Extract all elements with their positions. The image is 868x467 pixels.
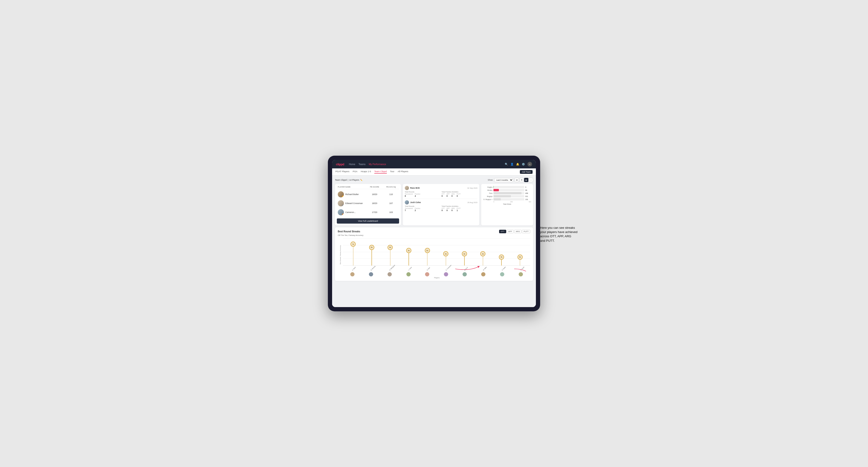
card-view-button[interactable]: ▤ — [524, 178, 528, 182]
arg-value-2: 0 — [452, 209, 455, 212]
sub-nav-pga[interactable]: PGA — [352, 170, 357, 174]
team-title: Team Clippd | 14 Players ✏️ — [335, 179, 363, 181]
chart-view-button[interactable]: ↕ — [529, 178, 533, 182]
filter-ott[interactable]: OTT — [499, 230, 506, 233]
streak-bar-item: 5x — [427, 250, 428, 266]
rank-badge-2: 2 — [342, 205, 344, 206]
bell-icon[interactable]: 🔔 — [516, 163, 519, 166]
pb-avg-3: 103 — [384, 211, 398, 214]
settings-icon[interactable]: ⚙️ — [522, 163, 525, 166]
ott-label-1: OTT — [441, 193, 445, 195]
streak-line — [371, 247, 372, 266]
tournament-value-1: 8 — [405, 195, 413, 197]
table-row[interactable]: 1 Richard Butler 19/20 110 — [337, 190, 399, 198]
player-stats-panel: Rees Britt 02 Sep 2023 Total Rounds — [403, 184, 479, 225]
putt-value-2: 1 — [457, 209, 461, 212]
user-icon[interactable]: 👤 — [510, 163, 514, 166]
team-player-count: 14 Players — [349, 179, 359, 181]
streak-avatars-row — [343, 272, 530, 276]
nav-links: Home Teams My Performance — [349, 163, 505, 165]
view-leaderboard-button[interactable]: View Full Leaderboard — [337, 218, 399, 224]
practice-activities-label-1: Total Practice Activities — [441, 191, 477, 193]
stat-group-practice-1: Total Practice Activities OTT 0 APP — [441, 191, 477, 197]
streak-player-name: R. Britt — [427, 268, 430, 271]
streak-bar-item: 7x — [353, 244, 353, 266]
x-label-0: 0 — [493, 201, 494, 203]
stat-avatar-1 — [405, 186, 409, 190]
sub-nav-team-clippd[interactable]: Team Clippd — [374, 170, 387, 174]
col-player-name: PLAYER NAME — [338, 186, 365, 188]
player-stat-card-1: Rees Britt 02 Sep 2023 Total Rounds — [405, 186, 477, 199]
list-view-button[interactable]: ☰ — [519, 178, 524, 182]
filter-app[interactable]: APP — [507, 230, 514, 233]
grid-view-button[interactable]: ⊞ — [515, 178, 519, 182]
show-controls: Show Last 3 months ⊞ ☰ ▤ ↕ — [488, 178, 533, 182]
sub-nav: PGAT Players PGA Hcaps 1-5 Team Clippd T… — [332, 168, 536, 176]
nav-link-teams[interactable]: Teams — [359, 163, 365, 165]
pb-avg-1: 110 — [384, 193, 398, 195]
sub-nav-hcaps[interactable]: Hcaps 1-5 — [361, 170, 371, 174]
player-info-2: 2 Edward Crossman — [338, 200, 365, 206]
streak-bubble: 4x — [443, 251, 448, 256]
streak-bubble: 4x — [480, 251, 486, 256]
filter-arg[interactable]: ARG — [514, 230, 522, 233]
streak-player-name: M. Miller — [483, 268, 486, 271]
streak-filter-buttons: OTT APP ARG PUTT — [499, 230, 530, 233]
bar-container-2 — [493, 192, 524, 194]
stat-player-name-1: Rees Britt — [410, 187, 420, 189]
streak-player-names-row: E. EbertB. McHergD. BillinghamJ. ColesR.… — [343, 268, 530, 269]
sub-nav-tour[interactable]: Tour — [390, 170, 394, 174]
streak-bar-item: 5x — [408, 250, 409, 266]
stats-grid-1: Total Rounds Tournament 8 Practice — [405, 191, 477, 197]
bar-container-0 — [493, 186, 524, 188]
period-select[interactable]: Last 3 months — [494, 178, 513, 182]
tournament-label-1: Tournament — [405, 193, 413, 195]
tournament-value-2: 7 — [405, 209, 413, 212]
filter-putt[interactable]: PUTT — [522, 230, 530, 233]
bar-value-1: 96 — [525, 189, 531, 191]
stats-grid-2: Total Rounds Tournament 7 Practice — [405, 206, 477, 212]
streak-avatar — [500, 272, 504, 276]
edit-icon[interactable]: ✏️ — [360, 179, 363, 181]
streak-avatar — [519, 272, 523, 276]
sub-nav-links: PGAT Players PGA Hcaps 1-5 Team Clippd T… — [335, 170, 520, 174]
sub-nav-all-players[interactable]: All Players — [398, 170, 408, 174]
x-label-200: 200 — [510, 201, 513, 203]
nav-link-my-performance[interactable]: My Performance — [369, 163, 386, 165]
streak-bar-item: 6x — [371, 247, 372, 266]
pb-score-2: 18/20 — [365, 202, 384, 205]
content-grid: PLAYER NAME PB SCORE PB AVG SQ 1 — [335, 184, 533, 225]
streak-player-name: B. McHerg — [370, 268, 374, 271]
bar-label-1: Birdies — [483, 189, 493, 191]
streak-bubble: 3x — [499, 254, 504, 260]
nav-bar: clippd Home Teams My Performance 🔍 👤 🔔 ⚙… — [332, 160, 536, 168]
arg-label-1: ARG — [452, 193, 455, 195]
players-label: Players — [343, 277, 530, 279]
putt-label-1: PUTT — [457, 193, 461, 195]
team-header: Team Clippd | 14 Players ✏️ Show Last 3 … — [335, 178, 533, 182]
player-name-3: Cameron... — [345, 211, 356, 214]
search-icon[interactable]: 🔍 — [505, 163, 508, 166]
col-pb-avg: PB AVG SQ — [384, 186, 398, 188]
add-team-button[interactable]: Add Team — [520, 170, 533, 174]
player-name-2: Edward Crossman — [345, 202, 363, 205]
bar-value-3: 311 — [525, 195, 531, 197]
player-info-1: 1 Richard Butler — [338, 191, 365, 197]
streak-bar-item: 4x — [464, 254, 465, 266]
streak-avatar — [388, 272, 392, 276]
app-label-1: APP — [446, 193, 450, 195]
table-row[interactable]: 3 Cameron... 17/20 103 — [337, 208, 399, 217]
streak-avatar — [481, 272, 486, 276]
stat-card-header-2: Josh Coles 26 Aug 2023 — [405, 200, 477, 205]
nav-link-home[interactable]: Home — [349, 163, 355, 165]
streak-player-name: C. Quick — [520, 268, 523, 271]
bar-value-4: 131 — [525, 198, 531, 200]
streak-bar-item: 4x — [446, 254, 446, 266]
sub-nav-pgat[interactable]: PGAT Players — [335, 170, 349, 174]
table-row[interactable]: 2 Edward Crossman 18/20 107 — [337, 199, 399, 208]
avatar: 2 — [338, 200, 344, 206]
bar-fill-2 — [493, 192, 522, 194]
x-axis-labels: 0 200 400 — [483, 201, 531, 203]
user-avatar[interactable]: U — [527, 162, 532, 166]
stat-player-info-2: Josh Coles — [405, 200, 421, 205]
